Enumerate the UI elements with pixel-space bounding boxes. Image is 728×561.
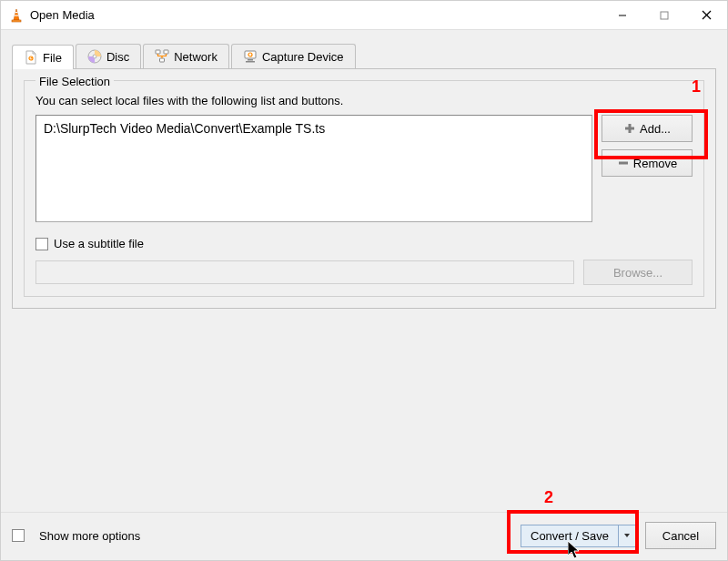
svg-rect-15: [246, 61, 255, 63]
bottom-bar: Show more options Convert / Save Cancel: [1, 512, 727, 560]
button-label: Convert / Save: [521, 525, 619, 546]
tab-label: Disc: [106, 50, 129, 64]
svg-rect-2: [12, 20, 21, 22]
file-list-item[interactable]: D:\SlurpTech Video Media\Convert\Example…: [44, 121, 584, 136]
disc-icon: [87, 49, 102, 64]
annotation-number-2: 2: [544, 488, 553, 507]
tab-capture-device[interactable]: Capture Device: [231, 44, 356, 68]
remove-button[interactable]: Remove: [602, 149, 693, 177]
button-label: Browse...: [613, 266, 662, 280]
plus-icon: [623, 122, 636, 135]
svg-rect-14: [248, 59, 253, 61]
file-selection-group: File Selection You can select local file…: [24, 80, 704, 297]
tab-label: Capture Device: [262, 50, 344, 64]
show-more-label: Show more options: [39, 529, 140, 543]
tab-network[interactable]: Network: [143, 44, 229, 68]
file-panel: File Selection You can select local file…: [12, 68, 716, 309]
file-row: D:\SlurpTech Video Media\Convert\Example…: [35, 115, 693, 222]
titlebar-controls: [602, 1, 727, 30]
capture-icon: [243, 49, 258, 64]
minus-icon: [617, 157, 630, 169]
button-label: Remove: [633, 157, 677, 170]
tab-label: Network: [174, 50, 217, 64]
button-label: Cancel: [662, 529, 699, 543]
svg-rect-10: [156, 50, 160, 54]
vlc-cone-icon: [8, 7, 25, 24]
tab-label: File: [43, 51, 62, 65]
file-buttons: Add... Remove: [602, 115, 693, 222]
dropdown-arrow-icon[interactable]: [619, 525, 635, 546]
fieldset-legend: File Selection: [35, 75, 114, 88]
tab-disc[interactable]: Disc: [76, 44, 141, 68]
file-list[interactable]: D:\SlurpTech Video Media\Convert\Example…: [35, 115, 592, 222]
svg-rect-4: [661, 12, 668, 19]
window-title: Open Media: [30, 8, 602, 22]
file-selection-hint: You can select local files with the foll…: [35, 94, 693, 107]
subtitle-path-input: [35, 260, 574, 284]
convert-save-button[interactable]: Convert / Save: [521, 525, 636, 547]
svg-rect-0: [15, 12, 18, 13]
subtitle-checkbox-label: Use a subtitle file: [54, 237, 144, 250]
svg-rect-13: [245, 51, 256, 58]
add-button[interactable]: Add...: [602, 115, 693, 142]
svg-rect-12: [160, 58, 165, 62]
button-label: Add...: [640, 122, 671, 136]
content-area: File Disc Network Capture Device: [1, 30, 727, 512]
minimize-button[interactable]: [602, 1, 643, 30]
browse-button: Browse...: [583, 260, 693, 285]
subtitle-row: Use a subtitle file: [35, 237, 693, 250]
svg-point-9: [93, 55, 96, 58]
show-more-checkbox[interactable]: [12, 529, 25, 542]
close-button[interactable]: [685, 1, 727, 30]
open-media-dialog: Open Media File: [0, 0, 728, 561]
subtitle-checkbox[interactable]: [35, 238, 48, 250]
cancel-button[interactable]: Cancel: [645, 522, 716, 549]
file-icon: [24, 50, 38, 65]
titlebar: Open Media: [1, 1, 727, 30]
subtitle-input-row: Browse...: [35, 260, 693, 285]
network-icon: [155, 49, 169, 64]
tab-file[interactable]: File: [12, 45, 74, 69]
tab-bar: File Disc Network Capture Device: [12, 41, 716, 68]
spacer: [12, 309, 716, 501]
annotation-number-1: 1: [692, 77, 701, 97]
svg-rect-11: [164, 50, 168, 54]
svg-rect-1: [15, 15, 18, 15]
maximize-button[interactable]: [643, 1, 685, 30]
